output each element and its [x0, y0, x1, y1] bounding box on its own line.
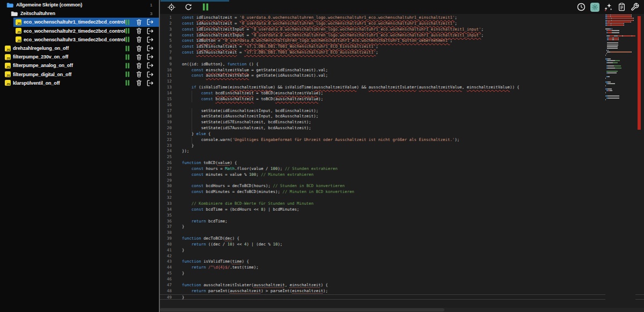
line-number[interactable]: 34	[160, 207, 175, 213]
code-line: 1const idEinschaltzeit = '0_userdata.0.w…	[160, 15, 644, 21]
pause-script-button[interactable]	[122, 53, 133, 61]
tree-row-folder[interactable]: Allgemeine Skripte (common)1	[0, 1, 159, 9]
line-number[interactable]: 39	[160, 236, 175, 242]
tree-row-script[interactable]: JSklarspülventil_on_off	[0, 79, 159, 87]
line-number[interactable]: 17	[160, 108, 175, 114]
delete-script-button[interactable]	[133, 18, 144, 26]
line-number[interactable]: 9	[160, 62, 175, 68]
line-number[interactable]: 7	[160, 50, 175, 56]
locate-button[interactable]	[166, 2, 176, 12]
code-line: 43function isValidTime(time) {	[160, 259, 644, 265]
open-script-button[interactable]	[144, 44, 156, 53]
tree-row-script[interactable]: JSdrehzahlregelung_on_off	[0, 44, 159, 53]
line-number[interactable]: 37	[160, 224, 175, 230]
line-number[interactable]: 16	[160, 102, 175, 108]
line-number[interactable]: 1	[160, 15, 175, 21]
line-number[interactable]: 32	[160, 195, 175, 201]
beautify-button[interactable]	[603, 2, 613, 12]
pause-script-button[interactable]	[122, 35, 133, 43]
line-number[interactable]: 21	[160, 131, 175, 137]
line-number[interactable]: 47	[160, 283, 175, 288]
line-number[interactable]: 40	[160, 242, 175, 248]
line-number[interactable]: 3	[160, 27, 175, 33]
line-number[interactable]: 10	[160, 68, 175, 73]
open-script-button[interactable]	[144, 70, 156, 78]
line-number[interactable]: 20	[160, 125, 175, 131]
line-number[interactable]: 14	[160, 91, 175, 96]
tree-row-script[interactable]: JSfilterpumpe_analog_on_off	[0, 61, 159, 70]
tree-row-script[interactable]: JSfilterpumpe_230v_on_off	[0, 53, 159, 61]
line-number[interactable]: 27	[160, 166, 175, 172]
line-number[interactable]: 23	[160, 143, 175, 149]
tree-row-folder[interactable]: Zeitschaltuhren3	[0, 9, 159, 18]
line-number[interactable]: 5	[160, 38, 175, 44]
line-number[interactable]: 15	[160, 96, 175, 102]
line-number[interactable]: 33	[160, 201, 175, 207]
open-script-button[interactable]	[144, 53, 156, 61]
line-number[interactable]: 22	[160, 137, 175, 143]
delete-script-button[interactable]	[133, 53, 144, 61]
delete-script-button[interactable]	[133, 35, 144, 43]
pause-icon	[125, 71, 130, 77]
pause-button[interactable]	[201, 2, 210, 12]
pause-script-button[interactable]	[122, 18, 133, 26]
delete-script-button[interactable]	[133, 27, 144, 35]
pause-script-button[interactable]	[122, 44, 133, 53]
line-number[interactable]: 36	[160, 219, 175, 225]
line-number[interactable]: 13	[160, 85, 175, 91]
line-number[interactable]: 31	[160, 189, 175, 195]
settings-button[interactable]	[630, 2, 640, 12]
line-number[interactable]: 30	[160, 183, 175, 189]
line-number[interactable]: 48	[160, 288, 175, 294]
line-number[interactable]: 46	[160, 277, 175, 283]
line-number[interactable]: 42	[160, 254, 175, 259]
line-number[interactable]: 49	[160, 295, 175, 300]
pause-script-button[interactable]	[122, 79, 133, 87]
line-number[interactable]: 43	[160, 259, 175, 265]
pause-script-button[interactable]	[122, 70, 133, 78]
tree-row-script[interactable]: JSeco_wochenschaltuhr1_timedec2bcd_contr…	[0, 18, 159, 26]
code-editor[interactable]: 1const idEinschaltzeit = '0_userdata.0.w…	[160, 14, 644, 308]
line-number[interactable]: 19	[160, 120, 175, 125]
pause-script-button[interactable]	[122, 27, 133, 35]
horizontal-scrollbar[interactable]	[160, 308, 644, 312]
code-line: 16	[160, 102, 644, 108]
clipboard-button[interactable]	[617, 2, 626, 12]
cron-clock-button[interactable]	[576, 2, 586, 12]
line-number[interactable]: 24	[160, 148, 175, 154]
delete-script-button[interactable]	[133, 44, 144, 53]
delete-script-button[interactable]	[133, 62, 144, 70]
line-number[interactable]: 25	[160, 154, 175, 160]
line-number[interactable]: 4	[160, 33, 175, 39]
line-number[interactable]: 44	[160, 265, 175, 271]
refresh-button[interactable]	[184, 2, 193, 12]
line-number[interactable]: 38	[160, 230, 175, 236]
open-script-button[interactable]	[144, 18, 156, 26]
tree-row-script[interactable]: JSfilterpumpe_digital_on_off	[0, 70, 159, 79]
line-number[interactable]: 41	[160, 248, 175, 254]
blockly-button[interactable]	[590, 2, 599, 12]
code-line: 34 const bcdTime = (bcdHours << 8) | bcd…	[160, 207, 644, 213]
delete-script-button[interactable]	[133, 79, 144, 87]
open-script-button[interactable]	[144, 27, 156, 35]
tree-row-script[interactable]: JSeco_wochenschaltuhr3_timedec2bcd_contr…	[0, 35, 159, 44]
line-number[interactable]: 18	[160, 114, 175, 120]
open-script-button[interactable]	[144, 35, 156, 43]
line-number[interactable]: 8	[160, 56, 175, 62]
line-number[interactable]: 6	[160, 44, 175, 50]
line-number[interactable]: 12	[160, 79, 175, 85]
open-script-button[interactable]	[144, 79, 156, 87]
open-script-button[interactable]	[144, 62, 156, 70]
tree-row-script[interactable]: JSeco_wochenschaltuhr2_timedec2bcd_contr…	[0, 27, 159, 35]
line-number[interactable]: 29	[160, 178, 175, 184]
delete-script-button[interactable]	[133, 70, 144, 78]
line-number[interactable]: 26	[160, 160, 175, 166]
line-number[interactable]: 28	[160, 172, 175, 178]
line-number[interactable]: 45	[160, 271, 175, 277]
line-number[interactable]: 11	[160, 73, 175, 79]
line-number[interactable]: 2	[160, 21, 175, 27]
pause-script-button[interactable]	[122, 62, 133, 70]
scrollbar-thumb[interactable]	[160, 308, 444, 311]
minimap[interactable]	[605, 14, 635, 308]
line-number[interactable]: 35	[160, 213, 175, 219]
